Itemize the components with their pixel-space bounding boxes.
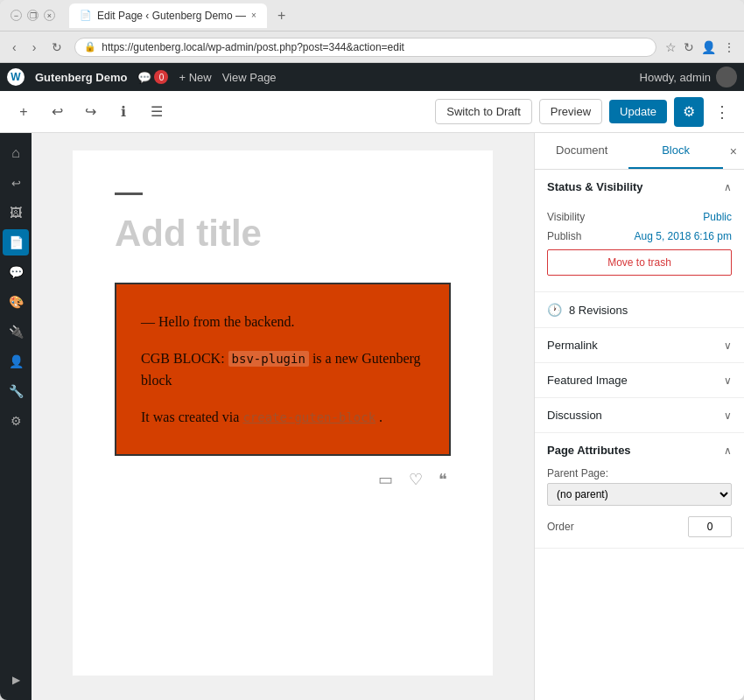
preview-button[interactable]: Preview: [539, 99, 602, 124]
menu-icon[interactable]: ⋮: [723, 40, 735, 54]
shield-button[interactable]: ♡: [405, 468, 426, 491]
chevron-up-icon: ∧: [724, 181, 732, 193]
gear-icon: ⚙: [683, 103, 695, 120]
update-button[interactable]: Update: [609, 100, 667, 123]
page-attrs-title: Page Attributes: [547, 444, 631, 457]
visibility-row: Visibility Public: [547, 211, 732, 223]
tab-block[interactable]: Block: [628, 133, 722, 169]
discussion-section[interactable]: Discussion ∨: [535, 398, 744, 433]
page-attrs-chevron: ∧: [724, 444, 732, 457]
create-guten-block-link[interactable]: create-guten-block: [242, 410, 376, 424]
admin-avatar: [716, 66, 737, 88]
page-attributes-section: Page Attributes ∧ Parent Page: (no paren…: [535, 433, 744, 549]
sidebar-item-comments[interactable]: 💬: [3, 259, 29, 285]
new-tab-button[interactable]: +: [277, 8, 285, 24]
revisions-icon: 🕐: [547, 303, 562, 317]
parent-page-select[interactable]: (no parent): [547, 483, 732, 506]
comment-icon: 💬: [137, 71, 151, 84]
permalink-label: Permalink: [547, 339, 598, 352]
block-controls: ▭ ♡ ❝: [115, 465, 451, 494]
publish-row: Publish Aug 5, 2018 6:16 pm: [547, 230, 732, 242]
new-content-link[interactable]: + New: [179, 71, 211, 84]
site-name[interactable]: Gutenberg Demo: [35, 71, 127, 84]
sidebar-item-appearance[interactable]: 🎨: [3, 289, 29, 315]
more-options-button[interactable]: ⋮: [711, 99, 733, 125]
sidebar-item-dashboard[interactable]: ⌂: [3, 140, 29, 166]
browser-window: − ❐ × 📄 Edit Page ‹ Gutenberg Demo — × +…: [0, 0, 744, 700]
permalink-section[interactable]: Permalink ∨: [535, 328, 744, 363]
reload-button[interactable]: ↻: [48, 38, 66, 56]
bookmark-icon[interactable]: ☆: [665, 40, 677, 54]
block-wrapper: — Hello from the backend. CGB BLOCK: bsv…: [115, 283, 451, 494]
list-view-button[interactable]: ☰: [144, 99, 170, 125]
right-sidebar: Document Block × Status & Visibility ∧ V…: [534, 133, 744, 700]
sidebar-item-media[interactable]: 🖼: [3, 200, 29, 226]
sidebar-item-plugins[interactable]: 🔌: [3, 318, 29, 345]
featured-image-section[interactable]: Featured Image ∨: [535, 363, 744, 398]
browser-tab[interactable]: 📄 Edit Page ‹ Gutenberg Demo — ×: [69, 4, 267, 28]
title-separator: [115, 192, 143, 195]
restore-button[interactable]: ❐: [27, 10, 39, 21]
sidebar-item-users[interactable]: 👤: [3, 348, 29, 374]
block-line3-suffix: .: [379, 410, 383, 424]
url-field[interactable]: 🔒 https://gutenberg.local/wp-admin/post.…: [74, 38, 656, 57]
discussion-label: Discussion: [547, 409, 602, 422]
undo-button[interactable]: ↩: [44, 99, 70, 125]
browser-titlebar: − ❐ × 📄 Edit Page ‹ Gutenberg Demo — × +: [0, 0, 744, 32]
comment-count: 0: [154, 70, 168, 84]
order-input[interactable]: [688, 516, 732, 537]
settings-button[interactable]: ⚙: [674, 97, 704, 127]
status-section-title: Status & Visibility: [547, 180, 643, 193]
publish-value[interactable]: Aug 5, 2018 6:16 pm: [635, 230, 732, 242]
close-button[interactable]: ×: [44, 10, 55, 21]
comments-link[interactable]: 💬 0: [137, 70, 168, 84]
sidebar-item-undo[interactable]: ↩: [3, 170, 29, 196]
featured-image-chevron: ∨: [724, 374, 732, 387]
editor-content-area[interactable]: Add title — Hello from the backend. CGB …: [32, 133, 534, 700]
status-visibility-section: Status & Visibility ∧ Visibility Public …: [535, 170, 744, 292]
sidebar-item-collapse[interactable]: ▶: [3, 667, 29, 693]
sidebar-item-tools[interactable]: 🔧: [3, 378, 29, 404]
parent-page-label: Parent Page:: [547, 467, 732, 480]
wp-logo[interactable]: W: [7, 68, 25, 86]
redo-button[interactable]: ↪: [77, 99, 103, 125]
sidebar-item-settings[interactable]: ⚙: [3, 408, 29, 434]
post-title[interactable]: Add title: [115, 213, 451, 255]
sidebar-tabs: Document Block ×: [535, 133, 744, 170]
cgb-block[interactable]: — Hello from the backend. CGB BLOCK: bsv…: [115, 283, 451, 456]
refresh-icon[interactable]: ↻: [684, 40, 694, 54]
add-block-button[interactable]: +: [11, 99, 37, 125]
info-button[interactable]: ℹ: [110, 99, 137, 125]
minimize-button[interactable]: −: [11, 10, 22, 21]
page-attrs-header[interactable]: Page Attributes ∧: [535, 433, 744, 467]
sidebar-item-pages[interactable]: 📄: [3, 229, 29, 256]
user-icon[interactable]: 👤: [701, 40, 716, 54]
status-section-header[interactable]: Status & Visibility ∧: [535, 170, 744, 204]
align-button[interactable]: ▭: [375, 468, 397, 491]
wp-admin-bar: W Gutenberg Demo 💬 0 + New View Page How…: [0, 63, 744, 91]
move-to-trash-button[interactable]: Move to trash: [547, 249, 732, 276]
revisions-row[interactable]: 🕐 8 Revisions: [535, 292, 744, 328]
howdy-section[interactable]: Howdy, admin: [640, 66, 737, 88]
quote-button[interactable]: ❝: [435, 468, 451, 491]
back-button[interactable]: ‹: [9, 38, 20, 56]
howdy-text: Howdy, admin: [640, 71, 711, 84]
wp-left-sidebar: ⌂ ↩ 🖼 📄 💬 🎨 🔌 👤 🔧 ⚙ ▶: [0, 133, 32, 700]
tab-close-button[interactable]: ×: [251, 10, 256, 20]
block-code: bsv-plugin: [228, 351, 309, 367]
publish-label: Publish: [547, 230, 581, 242]
address-bar: ‹ › ↻ 🔒 https://gutenberg.local/wp-admin…: [0, 32, 744, 63]
editor-toolbar: + ↩ ↪ ℹ ☰ Switch to Draft Preview Update…: [0, 91, 744, 133]
visibility-value[interactable]: Public: [703, 211, 732, 223]
browser-action-icons: ☆ ↻ 👤 ⋮: [665, 40, 735, 54]
window-controls: − ❐ ×: [11, 10, 55, 21]
order-label: Order: [547, 521, 574, 533]
forward-button[interactable]: ›: [29, 38, 40, 56]
permalink-chevron: ∨: [724, 340, 732, 352]
tab-document[interactable]: Document: [535, 133, 628, 169]
view-page-link[interactable]: View Page: [222, 71, 277, 84]
sidebar-close-button[interactable]: ×: [723, 137, 744, 165]
block-prefix: CGB BLOCK:: [141, 351, 225, 366]
switch-to-draft-button[interactable]: Switch to Draft: [435, 99, 532, 124]
featured-image-label: Featured Image: [547, 374, 628, 387]
